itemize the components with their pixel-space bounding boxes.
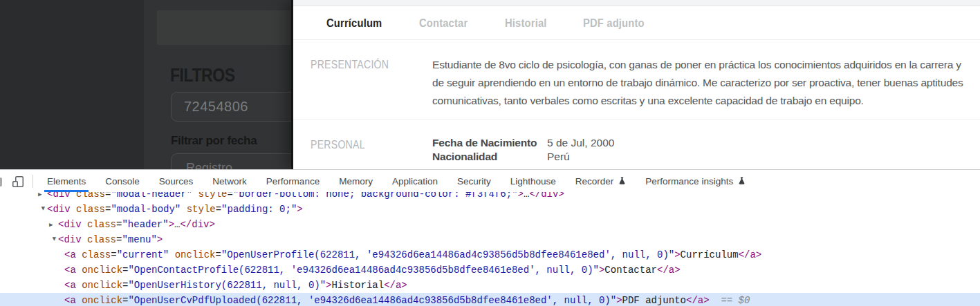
presentation-text: Estudiante de 8vo ciclo de psicología, c… <box>432 56 970 110</box>
filters-title: FILTROS <box>170 64 235 86</box>
code-text: = <box>216 204 221 215</box>
device-toolbar-icon[interactable] <box>6 173 30 191</box>
devtools-tab-elements[interactable]: Elements <box>37 171 95 192</box>
code-value: "OpenContactProfile(622811, 'e94326d6ea1… <box>128 265 599 276</box>
elements-tree[interactable]: ▶<div class="modal-header" style="border… <box>0 192 980 306</box>
filters-panel: FILTROS 72454806 Filtrar por fecha Regis… <box>144 0 293 169</box>
experiment-flask-icon <box>737 176 746 187</box>
modal-header-strip <box>293 0 980 6</box>
code-line[interactable]: <a onclick="OpenContactProfile(622811, '… <box>0 262 980 278</box>
devtools-tab-label: Memory <box>339 176 373 187</box>
code-value: "modal-header" <box>111 192 192 200</box>
field-value: 5 de Jul, 2000 <box>547 136 614 150</box>
code-text: = <box>111 249 116 260</box>
expand-arrow-icon[interactable]: ▶ <box>49 218 58 233</box>
screenshot-root: FILTROS 72454806 Filtrar por fecha Regis… <box>0 0 980 306</box>
code-text <box>76 249 82 260</box>
code-attribute: class <box>87 219 116 230</box>
code-text <box>82 219 87 230</box>
code-text <box>76 295 82 306</box>
code-line[interactable]: <a onclick="OpenUserHistory(622811, null… <box>0 278 980 293</box>
code-value: "padding: 0;" <box>221 204 297 215</box>
code-tag: > <box>616 295 622 306</box>
browser-page: FILTROS 72454806 Filtrar por fecha Regis… <box>0 0 980 169</box>
code-attribute: onclick <box>82 265 122 276</box>
expand-arrow-icon[interactable]: ▶ <box>38 192 47 202</box>
devtools-tab-network[interactable]: Network <box>203 171 257 192</box>
code-text: = <box>215 249 221 260</box>
code-tag: </a> <box>657 265 681 276</box>
date-filter-label: Filtrar por fecha <box>171 134 257 148</box>
code-attribute: onclick <box>82 280 122 291</box>
code-tag: <div <box>47 192 71 200</box>
code-tag: > <box>169 219 174 230</box>
code-line[interactable]: ▶<div class="modal-header" style="border… <box>0 192 980 202</box>
code-tag: </a> <box>686 295 710 306</box>
code-value: "OpenUserProfile(622811, 'e94326d6ea1448… <box>221 249 674 260</box>
code-text <box>76 280 82 291</box>
field-name: Nacionalidad <box>432 150 547 164</box>
devtools-tab-label: Performance <box>266 176 320 187</box>
profile-tab-bar: CurrículumContactarHistorialPDF adjunto <box>326 7 649 39</box>
code-text: = <box>227 192 232 200</box>
personal-field-row: NacionalidadPerú <box>432 150 614 164</box>
code-attribute: class <box>76 192 105 200</box>
filters-panel-header <box>157 10 293 45</box>
code-line[interactable]: <a class="current" onclick="OpenUserProf… <box>0 247 980 262</box>
modal-backdrop[interactable] <box>0 0 144 169</box>
code-line[interactable]: ▶<div class="menu"> <box>0 232 980 247</box>
devtools-tab-performance-insights[interactable]: Performance insights <box>636 171 755 192</box>
code-text: PDF adjunto <box>622 295 686 306</box>
devtools-tab-label: Performance insights <box>645 176 733 187</box>
code-tag: <a <box>64 265 76 276</box>
experiment-flask-icon <box>617 176 626 187</box>
code-tag: > <box>518 192 524 200</box>
devtools-tab-recorder[interactable]: Recorder <box>566 171 636 192</box>
personal-field-row: Fecha de Nacimiento5 de Jul, 2000 <box>432 136 614 150</box>
dni-search-value: 72454806 <box>184 99 248 114</box>
profile-tab-contactar[interactable]: Contactar <box>419 17 468 30</box>
tabs-divider <box>293 39 980 40</box>
code-text <box>181 204 186 215</box>
devtools-tab-label: Recorder <box>575 176 614 187</box>
inspect-icon-fragment[interactable] <box>0 178 2 187</box>
devtools-tab-security[interactable]: Security <box>447 171 501 192</box>
devtools-tab-bar: ElementsConsoleSourcesNetworkPerformance… <box>37 171 755 192</box>
toolbar-separator <box>33 175 33 188</box>
code-line[interactable]: ▶<div class="modal-body" style="padding:… <box>0 202 980 217</box>
code-attribute: onclick <box>175 249 216 260</box>
personal-fields: Fecha de Nacimiento5 de Jul, 2000Naciona… <box>432 136 614 164</box>
devtools-tab-label: Security <box>457 176 491 187</box>
code-attribute: onclick <box>82 295 122 306</box>
profile-tab-currículum[interactable]: Currículum <box>326 17 382 30</box>
code-selector-hint: == $0 <box>710 295 750 306</box>
code-tag: > <box>326 280 331 291</box>
devtools-tab-sources[interactable]: Sources <box>149 171 203 192</box>
code-tag: </a> <box>739 249 762 260</box>
code-tag: </div> <box>180 219 214 230</box>
collapse-arrow-icon[interactable]: ▶ <box>35 207 50 216</box>
candidate-profile-modal: CurrículumContactarHistorialPDF adjunto … <box>291 0 980 169</box>
code-value: "modal-body" <box>111 204 181 215</box>
devtools-tab-console[interactable]: Console <box>95 171 149 192</box>
collapse-arrow-icon[interactable]: ▶ <box>46 237 62 246</box>
devtools-tab-application[interactable]: Application <box>382 171 447 192</box>
dni-search-input[interactable]: 72454806 <box>171 92 293 122</box>
devtools-tab-lighthouse[interactable]: Lighthouse <box>501 171 566 192</box>
profile-tab-historial[interactable]: Historial <box>505 17 547 30</box>
date-filter-value: Registro <box>186 161 232 169</box>
devtools-tab-label: Elements <box>47 176 86 187</box>
code-value: "border-bottom: none; background-color: … <box>233 192 518 200</box>
code-line[interactable]: ▶<div class="header">…</div> <box>0 217 980 232</box>
code-attribute: class <box>87 234 116 245</box>
devtools-tab-performance[interactable]: Performance <box>257 171 329 192</box>
date-filter-select[interactable]: Registro <box>171 153 293 169</box>
devtools-tab-label: Sources <box>159 176 194 187</box>
code-attribute: class <box>76 204 105 215</box>
code-value: "OpenUserHistory(622811, null, 0)" <box>128 280 326 291</box>
field-value: Perú <box>547 150 570 164</box>
code-line-selected[interactable]: <a onclick="OpenUserCvPdfUploaded(622811… <box>0 293 980 306</box>
devtools-tab-label: Lighthouse <box>510 176 556 187</box>
devtools-tab-memory[interactable]: Memory <box>329 171 382 192</box>
profile-tab-pdf-adjunto[interactable]: PDF adjunto <box>583 17 645 30</box>
